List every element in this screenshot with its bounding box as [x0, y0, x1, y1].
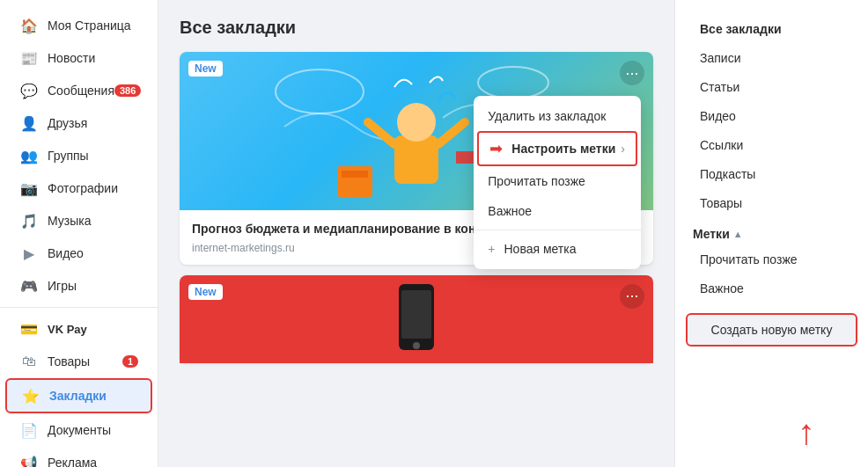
right-sidebar-posts[interactable]: Записи — [682, 44, 861, 72]
sidebar-item-label: Новости — [48, 51, 138, 65]
bookmark-card-2: New ··· — [180, 275, 653, 363]
create-tag-label: Создать новую метку — [711, 323, 833, 337]
bookmark-card-1: New ··· Удалить из закладок ➡ Настроить … — [180, 52, 653, 265]
goods-label: Товары — [700, 196, 742, 210]
video-icon: ▶ — [19, 244, 39, 263]
sidebar-item-photos[interactable]: 📷 Фотографии — [5, 172, 152, 204]
sidebar-item-label: Сообщения — [48, 84, 114, 98]
sidebar-item-label: Игры — [48, 279, 138, 293]
friends-icon: 👤 — [19, 113, 39, 133]
sidebar-item-messages[interactable]: 💬 Сообщения 386 — [5, 75, 152, 106]
dropdown-read-later[interactable]: Прочитать позже — [474, 166, 641, 196]
links-label: Ссылки — [700, 138, 743, 152]
video-label: Видео — [700, 109, 736, 123]
dropdown-remove[interactable]: Удалить из закладок — [474, 101, 641, 131]
configure-tags-label: Настроить метки — [511, 142, 615, 156]
sidebar-item-ads[interactable]: 📢 Реклама — [5, 447, 152, 467]
podcasts-label: Подкасты — [700, 167, 755, 181]
right-sidebar-important[interactable]: Важное — [682, 274, 861, 303]
left-sidebar: 🏠 Моя Страница 📰 Новости 💬 Сообщения 386… — [0, 0, 158, 467]
tags-label: Метки — [693, 227, 730, 241]
dropdown-configure-tags[interactable]: ➡ Настроить метки › — [477, 131, 637, 166]
sidebar-item-label: VK Pay — [48, 323, 138, 336]
card-image-2: New ··· — [180, 275, 653, 363]
red-arrow-icon: ➡ — [489, 139, 503, 158]
sidebar-item-groups[interactable]: 👥 Группы — [5, 140, 152, 171]
new-tag-label: Новая метка — [504, 242, 576, 256]
goods-badge: 1 — [122, 355, 138, 368]
sidebar-item-label: Группы — [48, 149, 138, 163]
dropdown-new-tag[interactable]: + Новая метка — [474, 234, 641, 264]
sidebar-item-music[interactable]: 🎵 Музыка — [5, 205, 152, 237]
tags-section-title: Метки ▲ — [675, 218, 868, 244]
games-icon: 🎮 — [19, 276, 39, 296]
sidebar-item-label: Фотографии — [48, 181, 138, 195]
documents-icon: 📄 — [19, 420, 39, 440]
svg-point-3 — [397, 103, 436, 142]
svg-rect-2 — [394, 135, 438, 184]
vkpay-icon: 💳 — [19, 319, 39, 339]
right-sidebar: Все закладки Записи Статьи Видео Ссылки … — [674, 0, 868, 467]
page-title: Все закладки — [180, 18, 653, 38]
sidebar-item-video[interactable]: ▶ Видео — [5, 237, 152, 269]
svg-point-1 — [478, 67, 548, 99]
sidebar-item-label: Друзья — [48, 116, 138, 130]
dropdown-important[interactable]: Важное — [474, 196, 641, 226]
right-sidebar-video[interactable]: Видео — [682, 102, 861, 130]
right-sidebar-goods[interactable]: Товары — [682, 189, 861, 217]
sidebar-item-label: Товары — [48, 354, 122, 368]
plus-icon: + — [488, 242, 495, 256]
sidebar-item-news[interactable]: 📰 Новости — [5, 42, 152, 74]
create-tag-button[interactable]: Создать новую метку — [686, 313, 857, 347]
new-badge-2: New — [188, 284, 223, 300]
new-badge-1: New — [188, 61, 223, 77]
read-later-label: Прочитать позже — [488, 174, 585, 188]
right-sidebar-all-bookmarks[interactable]: Все закладки — [682, 15, 861, 43]
sidebar-item-documents[interactable]: 📄 Документы — [5, 414, 152, 446]
svg-line-5 — [438, 122, 465, 144]
groups-icon: 👥 — [19, 146, 39, 165]
dropdown-divider — [474, 230, 641, 230]
sidebar-item-label: Моя Страница — [48, 18, 138, 33]
sidebar-item-label: Закладки — [49, 389, 136, 403]
chevron-right-icon: › — [621, 142, 625, 156]
right-sidebar-articles[interactable]: Статьи — [682, 73, 861, 101]
main-content: Все закладки — [158, 0, 674, 467]
remove-label: Удалить из закладок — [488, 109, 606, 123]
messages-icon: 💬 — [19, 81, 39, 100]
posts-label: Записи — [700, 51, 740, 65]
phone-illustration — [381, 280, 452, 359]
home-icon: 🏠 — [19, 16, 39, 35]
card-image-bg-2 — [180, 275, 653, 363]
right-sidebar-podcasts[interactable]: Подкасты — [682, 160, 861, 188]
sidebar-item-label: Реклама — [48, 456, 138, 467]
right-sidebar-links[interactable]: Ссылки — [682, 131, 861, 159]
music-icon: 🎵 — [19, 211, 39, 230]
sidebar-item-label: Документы — [48, 423, 138, 437]
svg-rect-11 — [401, 290, 431, 339]
sidebar-item-vkpay[interactable]: 💳 VK Pay — [5, 313, 152, 345]
sidebar-item-games[interactable]: 🎮 Игры — [5, 270, 152, 302]
sidebar-item-my-page[interactable]: 🏠 Моя Страница — [5, 10, 152, 41]
dropdown-menu: Удалить из закладок ➡ Настроить метки › … — [474, 96, 641, 269]
photos-icon: 📷 — [19, 179, 39, 198]
ads-icon: 📢 — [19, 453, 39, 467]
annotation-red-arrow-up: ↑ — [798, 414, 815, 449]
sidebar-item-label: Видео — [48, 246, 138, 260]
sidebar-item-bookmarks[interactable]: ⭐ Закладки — [5, 378, 152, 413]
important-tag-label: Важное — [700, 281, 744, 296]
bookmarks-icon: ⭐ — [21, 386, 40, 405]
card-dots-button-2[interactable]: ··· — [620, 284, 644, 309]
svg-line-4 — [368, 122, 394, 144]
sidebar-item-goods[interactable]: 🛍 Товары 1 — [5, 346, 152, 377]
all-bookmarks-label: Все закладки — [700, 22, 782, 36]
important-label: Важное — [488, 204, 532, 218]
card-dots-button-1[interactable]: ··· — [620, 61, 644, 85]
read-later-tag-label: Прочитать позже — [700, 252, 798, 266]
articles-label: Статьи — [700, 80, 739, 94]
news-icon: 📰 — [19, 48, 39, 68]
svg-point-0 — [276, 69, 364, 113]
sidebar-item-friends[interactable]: 👤 Друзья — [5, 107, 152, 139]
svg-point-12 — [413, 342, 420, 349]
right-sidebar-read-later[interactable]: Прочитать позже — [682, 245, 861, 274]
